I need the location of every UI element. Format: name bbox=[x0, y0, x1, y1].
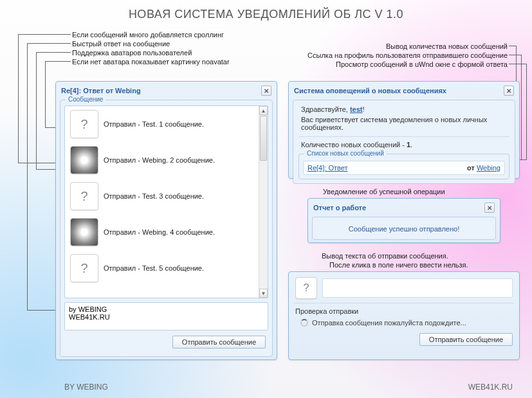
notify-window: Система оповещений о новых сообщениях ✕ … bbox=[288, 81, 520, 179]
page-title: НОВАЯ СИСТЕМА УВЕДОМЛЕНИЙ ОБ ЛС V 1.0 bbox=[0, 0, 532, 21]
message-text: Отправил - Webing. 2 сообщение. bbox=[104, 156, 215, 164]
close-icon[interactable]: ✕ bbox=[484, 203, 495, 213]
annotation-avatars: Поддержка аватаров пользователей bbox=[72, 49, 192, 57]
subject-link[interactable]: Re[4]: Ответ bbox=[307, 164, 348, 172]
report-body: Сообщение успешно отправлено! bbox=[316, 222, 491, 235]
annotation-uwnd: Просмотр сообщений в uWnd окне с формой … bbox=[336, 60, 508, 68]
avatar bbox=[70, 218, 98, 246]
count-label: Количество новых сообщений - bbox=[301, 141, 407, 149]
from-label: от bbox=[467, 164, 477, 172]
list-item: ? Отправил - Test. 3 сообщение. bbox=[65, 178, 259, 214]
annotation-count: Вывод количества новых сообщений bbox=[386, 42, 508, 50]
message-list: ? Отправил - Test. 1 сообщение. Отправил… bbox=[64, 105, 268, 298]
annotation-scroll: Если сообщений много добавляется сроллин… bbox=[72, 31, 224, 39]
annotation-send-text: Вывод текста об отправки сообщения. bbox=[322, 252, 448, 260]
spinner-icon bbox=[300, 319, 308, 327]
annotation-readonly: После клика в поле ничего ввести нельзя. bbox=[329, 261, 468, 269]
check-label: Проверка отправки bbox=[294, 307, 514, 318]
message-text: Отправил - Test. 3 сообщение. bbox=[104, 192, 204, 200]
avatar bbox=[70, 146, 98, 174]
list-item: Отправил - Webing. 4 сообщение. bbox=[65, 214, 259, 250]
annotation-profile-link: Ссылка на профиль пользователя отправивш… bbox=[307, 51, 508, 59]
from-wrap: от Webing bbox=[467, 164, 500, 172]
reply-window: Re[4]: Ответ от Webing ✕ Сообщение ? Отп… bbox=[55, 81, 277, 360]
annotation-noavatar: Если нет аватара показывает картинку noa… bbox=[72, 58, 230, 66]
noavatar-icon: ? bbox=[70, 110, 98, 138]
noavatar-icon: ? bbox=[295, 277, 317, 299]
greeting-line: Здравствуйте, test! bbox=[298, 104, 509, 114]
scroll-thumb[interactable] bbox=[260, 116, 267, 161]
close-icon[interactable]: ✕ bbox=[504, 86, 514, 96]
list-item: Отправил - Webing. 2 сообщение. bbox=[65, 142, 259, 178]
message-text: Отправил - Test. 5 сообщение. bbox=[104, 264, 204, 272]
readonly-input[interactable] bbox=[322, 278, 513, 298]
welcome-text: Вас приветствует система уведомления о н… bbox=[298, 114, 509, 132]
list-item: ? Отправил - Test. 5 сообщение. bbox=[65, 250, 259, 286]
list-label: Список новых сообщений bbox=[304, 150, 387, 157]
compose-input[interactable] bbox=[64, 302, 268, 330]
annotation-quickreply: Быстрый ответ на сообщение bbox=[72, 40, 170, 48]
notification-item: Re[4]: Ответ от Webing bbox=[303, 161, 505, 175]
message-text: Отправил - Webing. 4 сообщение. bbox=[104, 228, 215, 236]
sending-window: ? Проверка отправки Отправка сообщения п… bbox=[288, 271, 520, 360]
scrollbar[interactable]: ▲ ▼ bbox=[259, 106, 268, 298]
list-item: ? Отправил - Test. 1 сообщение. bbox=[65, 106, 259, 142]
fieldset-label: Сообщение bbox=[66, 96, 105, 103]
report-window: Отчет о работе ✕ Сообщение успешно отпра… bbox=[307, 198, 500, 243]
notify-window-title: Система оповещений о новых сообщениях bbox=[294, 87, 446, 95]
noavatar-icon: ? bbox=[70, 182, 98, 210]
send-button[interactable]: Отправить сообщение bbox=[172, 336, 266, 348]
close-icon[interactable]: ✕ bbox=[261, 86, 271, 96]
greeting-post: ! bbox=[363, 105, 365, 113]
noavatar-icon: ? bbox=[70, 254, 98, 282]
count-line: Количество новых сообщений - 1. bbox=[298, 136, 509, 150]
footer-author: BY WEBING bbox=[64, 383, 108, 392]
footer-site: WEB41K.RU bbox=[468, 383, 513, 392]
scroll-down-icon[interactable]: ▼ bbox=[259, 289, 268, 298]
annotation-success: Уведомление об успешной операции bbox=[323, 188, 445, 195]
send-button[interactable]: Отправить сообщение bbox=[419, 333, 513, 346]
progress-line: Отправка сообщения пожалуйста подождите.… bbox=[294, 318, 514, 329]
progress-text: Отправка сообщения пожалуйста подождите.… bbox=[312, 319, 466, 327]
scroll-up-icon[interactable]: ▲ bbox=[259, 106, 268, 115]
reply-window-title: Re[4]: Ответ от Webing bbox=[61, 87, 141, 95]
report-window-title: Отчет о работе bbox=[313, 204, 366, 212]
sender-link[interactable]: Webing bbox=[477, 164, 500, 172]
greeting-pre: Здравствуйте, bbox=[301, 105, 350, 113]
message-text: Отправил - Test. 1 сообщение. bbox=[104, 120, 204, 128]
user-link[interactable]: test bbox=[350, 105, 363, 113]
count-value: 1 bbox=[407, 141, 410, 149]
